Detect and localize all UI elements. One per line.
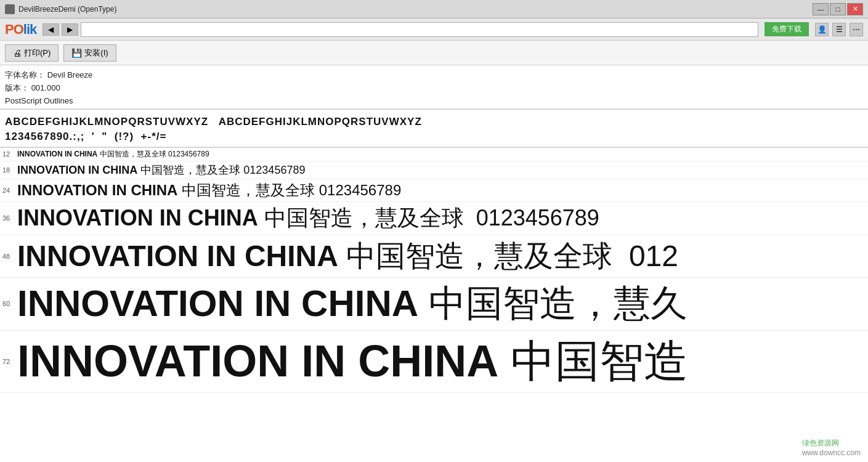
size-label-48: 48 [0,253,17,260]
window-controls[interactable]: — □ ✕ [813,3,863,15]
nav-forward-button[interactable]: ▶ [62,23,78,36]
font-type-value: PostScript Outlines [5,96,73,105]
preview-row-36: 36 INNOVATION IN CHINA 中国智造，慧及全球 0123456… [0,202,868,235]
preview-text-24: INNOVATION IN CHINA 中国智造，慧及全球 0123456789 [17,179,401,201]
preview-text-12: INNOVATION IN CHINA 中国智造，慧及全球 0123456789 [17,148,209,161]
size-label-18: 18 [0,166,17,174]
nav-icon-group: 👤 ☰ ⋯ [815,23,863,36]
install-label: 安装(I) [84,47,108,59]
watermark-url: www.downcc.com [802,448,861,457]
print-button[interactable]: 🖨 打印(P) [5,44,59,62]
maximize-button[interactable]: □ [830,3,846,15]
size-label-36: 36 [0,214,17,222]
font-version-label: 版本： [5,83,29,92]
preview-row-12: 12 INNOVATION IN CHINA 中国智造，慧及全球 0123456… [0,148,868,161]
watermark-site: 绿色资源网 [802,439,839,447]
install-icon: 💾 [71,48,82,58]
address-bar[interactable] [81,22,758,37]
preview-text-36: INNOVATION IN CHINA 中国智造，慧及全球 0123456789 [17,202,599,235]
more-icon[interactable]: ⋯ [850,23,863,36]
font-name-label: 字体名称： [5,70,45,79]
user-icon[interactable]: 👤 [815,23,829,36]
size-label-24: 24 [0,187,17,194]
nav-bar: POlik ◀ ▶ 免费下载 👤 ☰ ⋯ [0,18,868,41]
preview-text-48: INNOVATION IN CHINA 中国智造，慧及全球 012 [17,235,678,277]
watermark: 绿色资源网 www.downcc.com [802,438,861,457]
download-button[interactable]: 免费下载 [765,22,809,36]
alphabet-section: ABCDEFGHIJKLMNOPQRSTUVWXYZ ABCDEFGHIJKLM… [0,110,868,147]
app-icon [5,4,15,14]
preview-area: 12 INNOVATION IN CHINA 中国智造，慧及全球 0123456… [0,148,868,462]
font-name-value: Devil Breeze [47,70,93,79]
alphabet-line-1: ABCDEFGHIJKLMNOPQRSTUVWXYZ ABCDEFGHIJKLM… [5,115,863,129]
preview-row-24: 24 INNOVATION IN CHINA 中国智造，慧及全球 0123456… [0,179,868,202]
title-bar: DevilBreezeDemi (OpenType) — □ ✕ [0,0,868,18]
alphabet-line-2: 1234567890.:,; ' " (!?) +-*/= [5,129,863,144]
preview-row-48: 48 INNOVATION IN CHINA 中国智造，慧及全球 012 [0,235,868,278]
preview-text-18: INNOVATION IN CHINA 中国智造，慧及全球 0123456789 [17,161,305,179]
preview-row-60: 60 INNOVATION IN CHINA 中国智造，慧久 [0,278,868,331]
preview-text-72: INNOVATION IN CHINA 中国智造 [17,331,688,392]
toolbar: 🖨 打印(P) 💾 安装(I) [0,41,868,65]
preview-text-60: INNOVATION IN CHINA 中国智造，慧久 [17,278,688,330]
size-label-60: 60 [0,300,17,307]
font-version-value: 001.000 [31,83,60,92]
preview-row-18: 18 INNOVATION IN CHINA 中国智造，慧及全球 0123456… [0,161,868,179]
nav-back-button[interactable]: ◀ [43,23,59,36]
main-content: 字体名称： Devil Breeze 版本： 001.000 PostScrip… [0,65,868,462]
install-button[interactable]: 💾 安装(I) [63,44,116,62]
minimize-button[interactable]: — [813,3,829,15]
menu-icon[interactable]: ☰ [832,23,846,36]
print-label: 打印(P) [24,47,51,59]
font-info-panel: 字体名称： Devil Breeze 版本： 001.000 PostScrip… [0,65,868,109]
preview-row-72: 72 INNOVATION IN CHINA 中国智造 [0,331,868,393]
print-icon: 🖨 [13,48,22,58]
size-label-12: 12 [0,150,17,158]
logo-text: POlik [5,22,36,38]
size-label-72: 72 [0,358,17,365]
window-title: DevilBreezeDemi (OpenType) [18,5,116,14]
close-button[interactable]: ✕ [847,3,863,15]
